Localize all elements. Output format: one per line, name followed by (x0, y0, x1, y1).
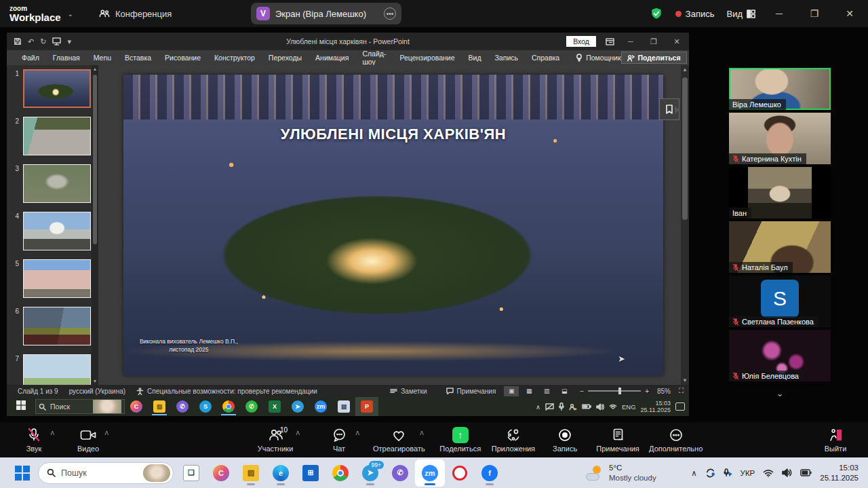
share-screen-button[interactable]: ↑ Поделиться (439, 422, 482, 453)
tab-slideshow[interactable]: Слайд-шоу (355, 50, 393, 66)
tab-help[interactable]: Справка (525, 54, 566, 62)
slide-credit-text[interactable]: Виконала вихователь Лемешко В.П., листоп… (140, 337, 238, 355)
slide-thumb-6[interactable]: 6 (11, 307, 98, 345)
notes-button[interactable]: Примечания (596, 422, 639, 453)
scroll-down-icon[interactable]: ▼ (92, 379, 98, 383)
thumb-image-5[interactable] (23, 259, 91, 298)
restore-button[interactable]: ❐ (803, 8, 826, 19)
reactions-chevron[interactable]: ᐱ (420, 430, 423, 436)
copilot-icon[interactable]: C (125, 397, 148, 416)
accessibility-checker[interactable]: Специальные возможности: проверьте реком… (136, 388, 317, 395)
chrome-icon[interactable] (217, 397, 240, 416)
more-button[interactable]: Дополнительно (649, 422, 703, 453)
thumb-image-4[interactable] (23, 212, 91, 250)
slide-vertical-scrollbar[interactable]: ▲ ▼ (681, 65, 689, 385)
speaker-icon[interactable] (596, 403, 604, 411)
taskbar-search-box[interactable]: Пошук (38, 462, 174, 484)
people-tray-icon[interactable] (569, 403, 577, 411)
slide-thumb-7[interactable]: 7 (11, 354, 98, 385)
participants-button[interactable]: 10 ᐱ Участники (254, 422, 297, 453)
thumb-image-6[interactable] (23, 307, 91, 345)
slide-thumb-5[interactable]: 5 (11, 259, 98, 298)
battery-icon[interactable] (800, 469, 812, 476)
leave-meeting-button[interactable]: Выйти (814, 422, 857, 453)
telegram-icon[interactable]: ➤ (286, 397, 309, 416)
language-indicator[interactable]: русский (Украина) (69, 388, 125, 395)
edge-icon[interactable]: e (266, 459, 296, 487)
language-indicator[interactable]: ENG (622, 403, 636, 411)
weather-widget[interactable]: 5°C Mostly cloudy (586, 463, 656, 483)
tab-transitions[interactable]: Переходы (262, 54, 309, 62)
tab-review[interactable]: Рецензирование (393, 54, 461, 62)
scroll-up-icon[interactable]: ▲ (92, 67, 98, 71)
participant-video[interactable]: Катернина Кухтін (729, 113, 831, 164)
facebook-icon[interactable]: f (475, 459, 505, 487)
slide-thumb-2[interactable]: 2 (11, 117, 98, 155)
audio-button[interactable]: ᐱ Звук (12, 422, 56, 453)
chrome-icon[interactable] (326, 459, 355, 487)
ppt-minimize-button[interactable]: ─ (624, 37, 637, 45)
security-shield-icon[interactable] (650, 7, 663, 20)
slideshow-icon[interactable] (52, 37, 61, 45)
thumb-image-7[interactable] (23, 354, 91, 385)
whatsapp-icon[interactable]: ✆ (240, 397, 263, 416)
participants-chevron[interactable]: ᐱ (296, 430, 300, 436)
signin-button[interactable]: Вход (566, 36, 596, 47)
opera-icon[interactable] (445, 459, 475, 487)
sidebar-scroll-down-button[interactable]: ⌄ (729, 388, 831, 398)
start-button[interactable] (7, 400, 35, 413)
language-indicator[interactable]: УКР (741, 469, 755, 477)
chat-chevron[interactable]: ᐱ (356, 430, 359, 436)
slide-sorter-button[interactable]: ▦ (521, 386, 536, 396)
close-button[interactable]: ✕ (838, 8, 861, 19)
save-icon[interactable] (14, 37, 22, 45)
tab-record[interactable]: Запись (488, 54, 525, 62)
undo-icon[interactable]: ↶ (28, 37, 34, 46)
slide-title-text[interactable]: УЛЮБЛЕНІ МІСЦЯ ХАРКІВ'ЯН (123, 126, 663, 143)
video-button[interactable]: ᐱ Видео (66, 422, 110, 453)
record-button[interactable]: Запись (543, 422, 587, 453)
microphone-location-icon[interactable] (724, 468, 732, 478)
current-slide[interactable]: УЛЮБЛЕНІ МІСЦЯ ХАРКІВ'ЯН Виконала вихова… (123, 75, 663, 375)
notes-toggle[interactable]: Заметки (390, 388, 427, 395)
annotation-bookmark-button[interactable] (659, 98, 679, 120)
tab-draw[interactable]: Рисование (158, 54, 208, 62)
tab-animations[interactable]: Анимация (309, 54, 355, 62)
zoom-out-button[interactable]: − (580, 388, 584, 395)
view-button[interactable]: Вид (726, 9, 755, 19)
slide-scroll-thumb[interactable] (682, 77, 688, 220)
assistant-button[interactable]: Помощник (576, 54, 620, 62)
viber-icon[interactable]: ✆ (171, 397, 194, 416)
thumbnail-scrollbar[interactable]: ▲ ▼ (92, 65, 98, 385)
scroll-down-icon[interactable]: ▼ (681, 377, 689, 383)
comments-toggle[interactable]: Примечания (446, 388, 496, 395)
search-highlight-image[interactable] (143, 464, 170, 482)
taskbar-clock[interactable]: 15:03 25.11.2025 (641, 400, 671, 414)
battery-icon[interactable] (582, 403, 591, 410)
search-highlight-image[interactable] (93, 400, 121, 413)
tab-menu-addin[interactable]: Menu (87, 54, 118, 62)
thumb-image-2[interactable] (23, 117, 91, 155)
redo-icon[interactable]: ↻ (40, 37, 46, 46)
tab-insert[interactable]: Вставка (118, 54, 158, 62)
participant-video[interactable]: Наталія Баул (729, 221, 831, 273)
thumb-scroll-thumb[interactable] (93, 75, 97, 244)
slide-thumb-4[interactable]: 4 (11, 212, 98, 250)
scroll-up-icon[interactable]: ▲ (681, 67, 689, 73)
display-off-icon[interactable] (545, 403, 554, 411)
fit-slide-button[interactable]: ⛶ (679, 387, 684, 395)
slideshow-view-button[interactable]: ⬓ (557, 386, 572, 396)
microsoft-store-icon[interactable]: ⊞ (296, 459, 326, 487)
zoom-app-icon[interactable]: zm (309, 397, 332, 416)
reactions-button[interactable]: ᐱ Отреагировать (373, 422, 425, 453)
slide-thumb-1[interactable]: 1 (11, 69, 98, 108)
participant-video[interactable]: Юлія Белевцова (729, 330, 831, 381)
ppt-close-button[interactable]: ✕ (670, 37, 684, 46)
tab-meeting[interactable]: Конференция (99, 9, 172, 19)
tab-screen-share[interactable]: V Экран (Віра Лемешко) ••• (251, 3, 401, 24)
microphone-icon[interactable] (559, 402, 564, 411)
skype-icon[interactable]: S (194, 397, 217, 416)
tab-design[interactable]: Конструктор (208, 54, 262, 62)
hidden-icons-chevron[interactable]: ∧ (691, 468, 696, 478)
copilot-icon[interactable]: C (206, 459, 236, 487)
